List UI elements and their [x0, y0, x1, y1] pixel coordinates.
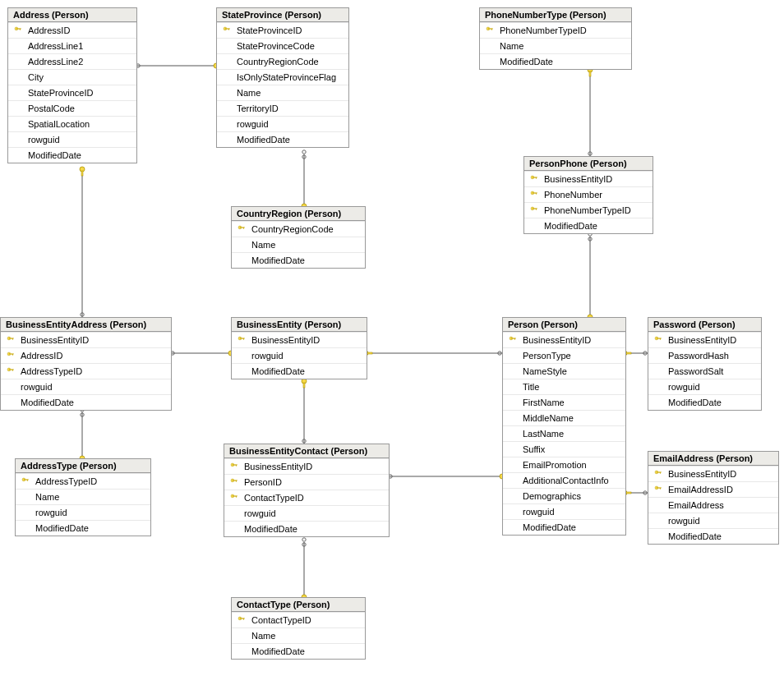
table-CountryRegion[interactable]: CountryRegion (Person)CountryRegionCodeN…	[231, 206, 366, 269]
table-header[interactable]: BusinessEntity (Person)	[232, 318, 367, 332]
table-header[interactable]: AddressType (Person)	[16, 459, 150, 473]
table-Person[interactable]: Person (Person)BusinessEntityIDPersonTyp…	[502, 317, 626, 536]
table-header[interactable]: StateProvince (Person)	[217, 8, 348, 22]
table-header[interactable]: BusinessEntityAddress (Person)	[1, 318, 171, 332]
column-row[interactable]: MiddleName	[503, 410, 625, 425]
column-row[interactable]: CountryRegionCode	[232, 221, 365, 237]
table-header[interactable]: PersonPhone (Person)	[524, 157, 653, 171]
table-BusinessEntityAddress[interactable]: BusinessEntityAddress (Person)BusinessEn…	[0, 317, 172, 411]
column-row[interactable]: ModifiedDate	[503, 519, 625, 535]
column-row[interactable]: BusinessEntityID	[503, 332, 625, 347]
table-header[interactable]: ContactType (Person)	[232, 598, 365, 612]
column-row[interactable]: StateProvinceID	[8, 85, 136, 100]
table-AddressType[interactable]: AddressType (Person)AddressTypeIDNamerow…	[15, 458, 151, 536]
column-row[interactable]: rowguid	[232, 347, 367, 363]
column-row[interactable]: PersonType	[503, 347, 625, 363]
table-Address[interactable]: Address (Person)AddressIDAddressLine1Add…	[7, 7, 137, 163]
column-row[interactable]: StateProvinceCode	[217, 38, 348, 53]
column-row[interactable]: rowguid	[1, 379, 171, 394]
column-row[interactable]: AddressTypeID	[16, 473, 150, 489]
svg-rect-66	[536, 177, 537, 178]
table-header[interactable]: CountryRegion (Person)	[232, 207, 365, 221]
table-StateProvince[interactable]: StateProvince (Person)StateProvinceIDSta…	[216, 7, 349, 148]
column-row[interactable]: Title	[503, 379, 625, 394]
table-PhoneNumberType[interactable]: PhoneNumberType (Person)PhoneNumberTypeI…	[479, 7, 632, 70]
column-row[interactable]: BusinessEntityID	[224, 458, 389, 474]
column-row[interactable]: NameStyle	[503, 363, 625, 379]
table-BusinessEntityContact[interactable]: BusinessEntityContact (Person)BusinessEn…	[224, 444, 390, 537]
column-row[interactable]: ModifiedDate	[232, 363, 367, 379]
column-row[interactable]: CountryRegionCode	[217, 53, 348, 69]
column-row[interactable]: Suffix	[503, 441, 625, 457]
column-row[interactable]: LastName	[503, 425, 625, 441]
column-name: Name	[496, 41, 523, 51]
table-header[interactable]: EmailAddress (Person)	[648, 452, 778, 466]
column-row[interactable]: ModifiedDate	[524, 218, 653, 233]
column-row[interactable]: ModifiedDate	[480, 53, 631, 69]
table-header[interactable]: Person (Person)	[503, 318, 625, 332]
column-row[interactable]: AddressTypeID	[1, 363, 171, 379]
column-row[interactable]: BusinessEntityID	[524, 171, 653, 186]
column-row[interactable]: AddressLine2	[8, 53, 136, 69]
column-row[interactable]: SpatialLocation	[8, 116, 136, 131]
column-row[interactable]: StateProvinceID	[217, 22, 348, 38]
column-row[interactable]: BusinessEntityID	[232, 332, 367, 347]
column-row[interactable]: ModifiedDate	[217, 131, 348, 147]
column-row[interactable]: rowguid	[224, 505, 389, 521]
table-EmailAddress[interactable]: EmailAddress (Person)BusinessEntityIDEma…	[648, 451, 779, 545]
column-row[interactable]: rowguid	[217, 116, 348, 131]
column-row[interactable]: Name	[480, 38, 631, 53]
column-row[interactable]: PhoneNumber	[524, 186, 653, 202]
column-row[interactable]: PhoneNumberTypeID	[524, 202, 653, 218]
table-header[interactable]: Password (Person)	[648, 318, 761, 332]
column-row[interactable]: rowguid	[16, 504, 150, 520]
table-Password[interactable]: Password (Person)BusinessEntityIDPasswor…	[648, 317, 762, 411]
column-row[interactable]: AddressID	[8, 22, 136, 38]
column-row[interactable]: TerritoryID	[217, 100, 348, 116]
column-row[interactable]: ModifiedDate	[648, 528, 778, 544]
diagram-canvas[interactable]: Address (Person)AddressIDAddressLine1Add…	[0, 0, 784, 685]
column-row[interactable]: ModifiedDate	[16, 520, 150, 536]
column-row[interactable]: AddressLine1	[8, 38, 136, 53]
column-row[interactable]: PersonID	[224, 474, 389, 490]
column-row[interactable]: EmailAddress	[648, 497, 778, 513]
column-row[interactable]: FirstName	[503, 394, 625, 410]
column-row[interactable]: Demographics	[503, 488, 625, 503]
column-row[interactable]: Name	[232, 237, 365, 252]
column-row[interactable]: ModifiedDate	[1, 394, 171, 410]
column-row[interactable]: ModifiedDate	[232, 252, 365, 268]
column-row[interactable]: BusinessEntityID	[648, 466, 778, 481]
column-row[interactable]: rowguid	[8, 131, 136, 147]
column-row[interactable]: PasswordHash	[648, 347, 761, 363]
table-BusinessEntity[interactable]: BusinessEntity (Person)BusinessEntityIDr…	[231, 317, 367, 379]
column-row[interactable]: Name	[16, 489, 150, 504]
column-row[interactable]: PostalCode	[8, 100, 136, 116]
table-ContactType[interactable]: ContactType (Person)ContactTypeIDNameMod…	[231, 597, 366, 660]
column-row[interactable]: ModifiedDate	[224, 521, 389, 536]
column-row[interactable]: rowguid	[648, 379, 761, 394]
table-header[interactable]: Address (Person)	[8, 8, 136, 22]
column-row[interactable]: BusinessEntityID	[648, 332, 761, 347]
column-row[interactable]: AdditionalContactInfo	[503, 472, 625, 488]
column-row[interactable]: Name	[217, 85, 348, 100]
column-row[interactable]: BusinessEntityID	[1, 332, 171, 347]
column-row[interactable]: PasswordSalt	[648, 363, 761, 379]
column-row[interactable]: Name	[232, 628, 365, 643]
column-row[interactable]: rowguid	[648, 513, 778, 528]
table-header[interactable]: PhoneNumberType (Person)	[480, 8, 631, 22]
column-row[interactable]: ModifiedDate	[8, 147, 136, 163]
column-row[interactable]: ContactTypeID	[224, 490, 389, 505]
column-row[interactable]: PhoneNumberTypeID	[480, 22, 631, 38]
column-row[interactable]: IsOnlyStateProvinceFlag	[217, 69, 348, 85]
column-row[interactable]: EmailAddressID	[648, 481, 778, 497]
table-PersonPhone[interactable]: PersonPhone (Person)BusinessEntityIDPhon…	[523, 156, 653, 234]
column-row[interactable]: ModifiedDate	[648, 394, 761, 410]
column-row[interactable]: ModifiedDate	[232, 643, 365, 659]
column-row[interactable]: City	[8, 69, 136, 85]
table-header[interactable]: BusinessEntityContact (Person)	[224, 444, 389, 458]
column-row[interactable]: rowguid	[503, 503, 625, 519]
primary-key-icon	[509, 336, 517, 344]
column-row[interactable]: ContactTypeID	[232, 612, 365, 628]
column-row[interactable]: EmailPromotion	[503, 457, 625, 472]
column-row[interactable]: AddressID	[1, 347, 171, 363]
